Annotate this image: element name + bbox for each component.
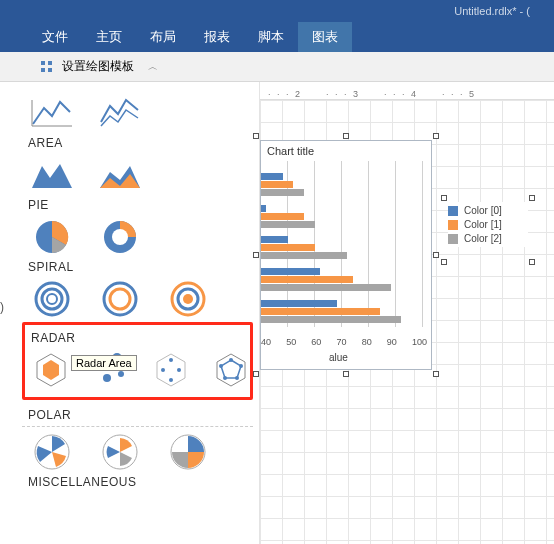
section-area: AREA: [28, 136, 247, 150]
menubar: 文件 主页 布局 报表 脚本 图表: [0, 22, 554, 52]
section-polar: POLAR: [28, 408, 247, 422]
menu-report[interactable]: 报表: [190, 22, 244, 52]
svg-rect-3: [48, 68, 52, 72]
menu-script[interactable]: 脚本: [244, 22, 298, 52]
chevron-up-icon[interactable]: ︿: [148, 60, 158, 74]
svg-marker-32: [221, 360, 241, 378]
chart-type-sidebar: AREA PIE SPIRAL RADAR Radar Area: [0, 82, 260, 544]
menu-chart[interactable]: 图表: [298, 22, 352, 52]
radar-area-thumb[interactable]: [31, 351, 71, 389]
svg-point-33: [229, 358, 233, 362]
radar-highlight: RADAR Radar Area: [22, 322, 253, 400]
svg-point-24: [118, 371, 124, 377]
template-label[interactable]: 设置绘图模板: [62, 58, 134, 75]
svg-point-30: [161, 368, 165, 372]
line-thumb-2[interactable]: [96, 94, 144, 132]
pie-thumb-1[interactable]: [28, 218, 76, 256]
design-canvas[interactable]: 2345 Chart title 405060708090100 alue Co…: [260, 82, 554, 544]
menu-file[interactable]: 文件: [28, 22, 82, 52]
section-radar: RADAR: [31, 331, 244, 345]
polar-thumb-3[interactable]: [164, 433, 212, 471]
divider: [22, 426, 253, 427]
svg-point-25: [103, 374, 111, 382]
section-pie: PIE: [28, 198, 247, 212]
section-misc: MISCELLANEOUS: [28, 475, 247, 489]
polar-thumb-1[interactable]: [28, 433, 76, 471]
svg-point-19: [183, 294, 193, 304]
titlebar: Untitled.rdlx* - (: [0, 0, 554, 22]
svg-point-34: [239, 364, 243, 368]
template-grid-icon: [40, 60, 54, 74]
svg-point-29: [169, 378, 173, 382]
svg-point-11: [112, 229, 128, 245]
ruler-horizontal: 2345: [260, 82, 554, 100]
selection-handles[interactable]: [256, 136, 436, 374]
svg-point-35: [235, 376, 239, 380]
legend-selection-handles[interactable]: [444, 198, 532, 262]
left-edge-fragment: ): [0, 300, 4, 314]
tooltip-radar-area: Radar Area: [71, 355, 137, 371]
donut-thumb[interactable]: [96, 218, 144, 256]
area-thumb-2[interactable]: [96, 156, 144, 194]
radar-bubble-thumb[interactable]: [151, 351, 191, 389]
svg-point-16: [110, 289, 130, 309]
spiral-thumb-1[interactable]: [28, 280, 76, 318]
section-spiral: SPIRAL: [28, 260, 247, 274]
spiral-thumb-3[interactable]: [164, 280, 212, 318]
svg-marker-6: [32, 164, 72, 188]
spiral-thumb-2[interactable]: [96, 280, 144, 318]
document-title: Untitled.rdlx* - (: [454, 5, 530, 17]
svg-point-27: [169, 358, 173, 362]
svg-point-14: [47, 294, 57, 304]
toolbar: 设置绘图模板 ︿: [0, 52, 554, 82]
svg-rect-2: [41, 68, 45, 72]
polar-thumb-2[interactable]: [96, 433, 144, 471]
menu-layout[interactable]: 布局: [136, 22, 190, 52]
svg-point-37: [219, 364, 223, 368]
svg-point-36: [223, 376, 227, 380]
line-thumb-1[interactable]: [28, 94, 76, 132]
svg-marker-21: [43, 360, 59, 380]
menu-home[interactable]: 主页: [82, 22, 136, 52]
svg-rect-1: [48, 61, 52, 65]
svg-point-28: [177, 368, 181, 372]
svg-point-13: [42, 289, 62, 309]
svg-rect-0: [41, 61, 45, 65]
radar-line-thumb[interactable]: [211, 351, 251, 389]
area-thumb-1[interactable]: [28, 156, 76, 194]
